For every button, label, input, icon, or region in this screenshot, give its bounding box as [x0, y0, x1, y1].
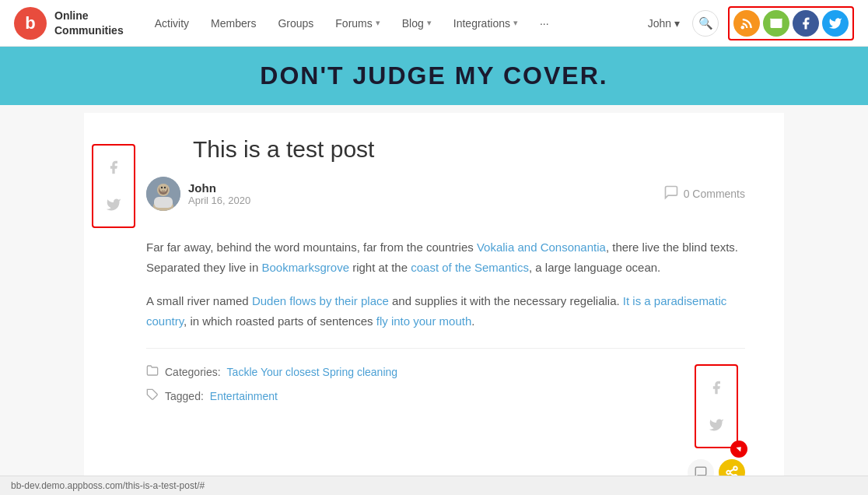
hero-banner: DON'T JUDGE MY COVER.: [0, 47, 868, 105]
user-label: John: [648, 17, 671, 30]
svg-point-12: [726, 471, 730, 475]
categories-label: Categories:: [165, 366, 221, 378]
right-social-sidebar: [695, 364, 738, 448]
brand-logo-link[interactable]: b Online Communities: [14, 7, 124, 40]
svg-point-9: [164, 187, 166, 188]
nav-activity[interactable]: Activity: [145, 11, 198, 36]
hero-text: DON'T JUDGE MY COVER.: [260, 61, 607, 90]
nav-members[interactable]: Members: [201, 11, 265, 36]
tagged-row: Tagged: Entertainment: [146, 388, 672, 403]
nav-forums[interactable]: Forums ▾: [326, 11, 389, 36]
user-caret-icon: ▾: [674, 17, 680, 30]
link-duden[interactable]: Duden flows by their place: [252, 294, 389, 307]
arrow-indicator: [730, 441, 747, 458]
link-bookmarksgrove[interactable]: Bookmarksgrove: [261, 261, 349, 274]
left-social-sidebar: [92, 144, 135, 228]
svg-line-15: [730, 469, 733, 472]
content-wrapper: This is a test post John April 16,: [84, 113, 784, 495]
comment-icon: [663, 184, 679, 204]
link-coast[interactable]: coast of the Semantics: [411, 261, 529, 274]
facebook-icon[interactable]: [793, 10, 819, 37]
left-twitter-icon[interactable]: [100, 191, 128, 219]
comment-count-label: 0 Comments: [684, 188, 745, 200]
svg-point-11: [733, 467, 737, 471]
post-body: Far far away, behind the word mountains,…: [146, 237, 745, 331]
brand-name: Online Communities: [54, 9, 124, 37]
brand-logo-icon: b: [14, 7, 47, 40]
link-vokalia[interactable]: Vokalia and Consonantia: [477, 240, 606, 254]
left-facebook-icon[interactable]: [100, 153, 128, 181]
post-meta-footer: Categories: Tackle Your closest Spring c…: [146, 364, 672, 412]
status-bar: bb-dev.demo.appboss.com/this-is-a-test-p…: [0, 476, 868, 495]
author-name: John: [188, 181, 663, 195]
tagged-label: Tagged:: [165, 390, 204, 402]
nav-integrations[interactable]: Integrations ▾: [444, 11, 527, 36]
author-info: John April 16, 2020: [188, 181, 663, 206]
comment-count: 0 Comments: [663, 184, 745, 204]
post-date: April 16, 2020: [188, 195, 663, 206]
social-icons-top-bar: [728, 6, 854, 40]
rss-icon[interactable]: [733, 10, 760, 37]
post-paragraph-1: Far far away, behind the word mountains,…: [146, 237, 745, 277]
navbar: b Online Communities Activity Members Gr…: [0, 0, 868, 47]
nav-more[interactable]: ···: [530, 11, 558, 36]
post-meta: John April 16, 2020 0 Comments: [146, 177, 745, 222]
nav-blog[interactable]: Blog ▾: [393, 11, 441, 36]
link-fly[interactable]: fly into your mouth: [376, 314, 472, 328]
post-divider: [146, 348, 745, 349]
nav-links: Activity Members Groups Forums ▾ Blog ▾ …: [145, 11, 640, 36]
svg-rect-6: [154, 197, 173, 208]
right-twitter-icon[interactable]: [702, 411, 730, 439]
tagged-link[interactable]: Entertainment: [210, 390, 278, 402]
author-avatar[interactable]: [146, 177, 180, 211]
category-row: Categories: Tackle Your closest Spring c…: [146, 364, 672, 379]
email-icon[interactable]: [763, 10, 789, 37]
nav-groups[interactable]: Groups: [268, 11, 323, 36]
category-link[interactable]: Tackle Your closest Spring cleaning: [227, 366, 397, 378]
folder-icon: [146, 364, 159, 379]
svg-point-0: [741, 26, 745, 30]
tag-icon: [146, 388, 159, 403]
twitter-icon[interactable]: [822, 10, 849, 37]
post-paragraph-2: A small river named Duden flows by their…: [146, 291, 745, 331]
post-footer: Categories: Tackle Your closest Spring c…: [146, 364, 745, 486]
nav-right: John ▾ 🔍: [640, 6, 854, 40]
right-facebook-icon[interactable]: [702, 374, 730, 402]
search-button[interactable]: 🔍: [692, 10, 719, 37]
nav-user-menu[interactable]: John ▾: [640, 12, 688, 34]
svg-point-8: [161, 187, 163, 188]
status-url: bb-dev.demo.appboss.com/this-is-a-test-p…: [11, 480, 205, 491]
post-title: This is a test post: [193, 136, 745, 163]
